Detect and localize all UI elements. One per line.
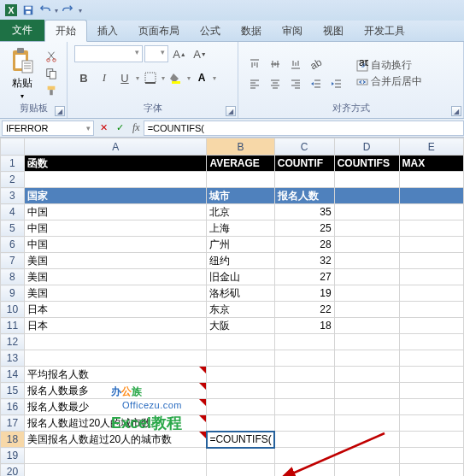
row-header[interactable]: 10 (1, 302, 25, 318)
cell[interactable] (334, 269, 399, 285)
row-header[interactable]: 3 (1, 188, 25, 204)
row-header[interactable]: 20 (1, 464, 25, 477)
cell[interactable]: 旧金山 (207, 269, 274, 285)
row-header[interactable]: 12 (1, 334, 25, 350)
fill-color-icon[interactable] (167, 69, 185, 86)
cell[interactable] (274, 383, 334, 399)
row-header[interactable]: 19 (1, 448, 25, 464)
name-box[interactable]: IFERROR (2, 120, 94, 136)
cell[interactable]: MAX (399, 156, 463, 172)
cell[interactable] (399, 464, 463, 477)
tab-developer[interactable]: 开发工具 (354, 21, 415, 41)
decrease-indent-icon[interactable] (307, 75, 326, 92)
active-cell[interactable]: =COUNTIFS( (207, 432, 274, 448)
cancel-icon[interactable]: ✕ (96, 120, 111, 136)
orientation-icon[interactable]: ab (307, 56, 326, 73)
cell[interactable]: 报名人数最多 (24, 383, 207, 399)
cell[interactable] (399, 350, 463, 367)
cell[interactable]: 22 (274, 302, 334, 318)
cell[interactable] (274, 448, 334, 464)
row-header[interactable]: 2 (1, 172, 25, 188)
cell[interactable] (334, 383, 399, 399)
paste-button[interactable]: 粘贴 ▾ (7, 45, 38, 102)
row-header[interactable]: 18 (1, 432, 25, 448)
cell[interactable]: 27 (274, 269, 334, 285)
cell[interactable] (207, 399, 274, 415)
border-icon[interactable] (141, 69, 160, 86)
cell[interactable] (334, 204, 399, 220)
cell[interactable]: 北京 (207, 204, 274, 220)
cell[interactable] (334, 302, 399, 318)
tab-review[interactable]: 审阅 (272, 21, 313, 41)
fill-dropdown-icon[interactable]: ▾ (187, 74, 191, 82)
increase-indent-icon[interactable] (327, 75, 346, 92)
cell[interactable]: 洛杉矶 (207, 285, 274, 302)
cell[interactable] (274, 172, 334, 188)
tab-view[interactable]: 视图 (313, 21, 354, 41)
row-header[interactable]: 8 (1, 269, 25, 285)
cell[interactable] (399, 269, 463, 285)
underline-button[interactable]: U (115, 69, 134, 86)
cell[interactable] (334, 448, 399, 464)
cut-icon[interactable] (43, 49, 60, 64)
font-color-icon[interactable]: A (192, 69, 211, 86)
cell[interactable] (207, 334, 274, 350)
cell[interactable]: 报名人数 (274, 188, 334, 204)
row-header[interactable]: 4 (1, 204, 25, 220)
cell[interactable] (334, 367, 399, 383)
cell[interactable]: 35 (274, 204, 334, 220)
alignment-launcher-icon[interactable]: ◢ (451, 106, 461, 116)
cell[interactable] (399, 302, 463, 318)
cell[interactable]: 中国 (24, 204, 207, 220)
cell[interactable] (399, 415, 463, 432)
cell[interactable]: 日本 (24, 302, 207, 318)
cell[interactable]: 美国报名人数超过20人的城市数 (24, 432, 207, 448)
cell[interactable]: 28 (274, 237, 334, 253)
align-center-icon[interactable] (266, 75, 285, 92)
cell[interactable]: 函数 (24, 156, 207, 172)
cell[interactable] (399, 253, 463, 269)
align-left-icon[interactable] (245, 75, 264, 92)
column-header[interactable]: A (24, 138, 207, 156)
cell[interactable]: 东京 (207, 302, 274, 318)
align-bottom-icon[interactable] (286, 56, 305, 73)
cell[interactable] (399, 399, 463, 415)
cell[interactable]: 报名人数超过20人的城市数 (24, 415, 207, 432)
bold-button[interactable]: B (74, 69, 93, 86)
tab-page-layout[interactable]: 页面布局 (128, 21, 190, 41)
select-all-corner[interactable] (1, 138, 25, 156)
wrap-text-button[interactable]: ab 自动换行 (356, 58, 422, 73)
enter-icon[interactable]: ✓ (112, 120, 127, 136)
border-dropdown-icon[interactable]: ▾ (162, 74, 165, 82)
column-header[interactable]: C (274, 138, 334, 156)
row-header[interactable]: 7 (1, 253, 25, 269)
tab-insert[interactable]: 插入 (87, 21, 128, 41)
undo-icon[interactable] (38, 3, 53, 18)
cell[interactable] (399, 448, 463, 464)
cell[interactable]: 中国 (24, 237, 207, 253)
cell[interactable] (274, 334, 334, 350)
cell[interactable]: 城市 (207, 188, 274, 204)
formula-input[interactable]: =COUNTIFS( (144, 120, 464, 136)
cell[interactable]: 国家 (24, 188, 207, 204)
cell[interactable] (274, 464, 334, 477)
cell[interactable] (399, 334, 463, 350)
format-painter-icon[interactable] (43, 83, 60, 98)
cell[interactable] (334, 350, 399, 367)
cell[interactable] (334, 334, 399, 350)
fx-icon[interactable]: fx (132, 121, 140, 134)
merge-center-button[interactable]: 合并后居中 (356, 74, 422, 89)
increase-font-icon[interactable]: A▲ (170, 45, 189, 62)
cell[interactable]: 纽约 (207, 253, 274, 269)
cell[interactable] (24, 464, 207, 477)
save-icon[interactable] (21, 3, 36, 18)
cell[interactable] (334, 415, 399, 432)
cell[interactable] (274, 367, 334, 383)
cell[interactable] (207, 350, 274, 367)
cell[interactable] (399, 367, 463, 383)
cell[interactable] (399, 432, 463, 448)
cell[interactable] (399, 237, 463, 253)
cell[interactable] (274, 432, 334, 448)
cell[interactable]: 19 (274, 285, 334, 302)
cell[interactable] (274, 415, 334, 432)
